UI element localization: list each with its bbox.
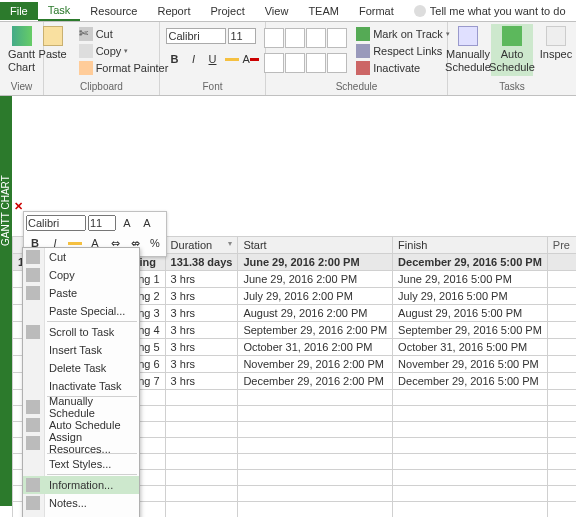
notes-icon [26, 496, 40, 510]
mini-font-name[interactable] [26, 215, 86, 231]
col-start[interactable]: Start [238, 237, 393, 254]
cut-icon [26, 250, 40, 264]
ribbon-tabs: File Task Resource Report Project View T… [0, 0, 576, 22]
paste-icon [26, 286, 40, 300]
mini-shrink-font-button[interactable]: A [138, 214, 156, 232]
auto-schedule-button[interactable]: Auto Schedule [491, 24, 533, 76]
font-name-select[interactable] [166, 28, 226, 44]
respect-links-icon [356, 44, 370, 58]
tab-task[interactable]: Task [38, 1, 81, 21]
auto-icon [26, 418, 40, 432]
fill-color-button[interactable] [223, 50, 241, 68]
manually-schedule-icon [458, 26, 478, 46]
format-painter-button[interactable]: Format Painter [76, 60, 172, 76]
font-size-select[interactable] [228, 28, 256, 44]
mini-font-size[interactable] [88, 215, 116, 231]
close-icon[interactable]: ✕ [14, 200, 23, 213]
menu-paste[interactable]: Paste [23, 284, 139, 302]
manually-schedule-button[interactable]: Manually Schedule [447, 24, 489, 76]
group-label-clipboard: Clipboard [80, 80, 123, 93]
group-label-schedule: Schedule [336, 80, 378, 93]
col-duration[interactable]: Duration▾ [165, 237, 238, 254]
inspect-button[interactable]: Inspec [535, 24, 576, 63]
tab-team[interactable]: TEAM [298, 2, 349, 20]
font-color-icon [250, 58, 259, 61]
gantt-chart-icon [12, 26, 32, 46]
cut-button[interactable]: ✄Cut [76, 26, 172, 42]
group-label-tasks: Tasks [499, 80, 525, 93]
copy-icon [79, 44, 93, 58]
menu-delete-task[interactable]: Delete Task [23, 359, 139, 377]
underline-button[interactable]: U [204, 50, 222, 68]
split-task-button[interactable] [327, 53, 347, 73]
tab-view[interactable]: View [255, 2, 299, 20]
menu-notes[interactable]: Notes... [23, 494, 139, 512]
mark-on-track-button[interactable]: Mark on Track▾ [353, 26, 453, 42]
menu-manually-schedule[interactable]: Manually Schedule [23, 398, 139, 416]
menu-text-styles[interactable]: Text Styles... [23, 455, 139, 473]
ribbon: Gantt Chart View Paste ✄Cut Copy▾ Format… [0, 22, 576, 96]
align-left-button[interactable] [264, 28, 284, 48]
mini-percent-button[interactable]: % [146, 234, 164, 252]
menu-insert-task[interactable]: Insert Task [23, 341, 139, 359]
cut-icon: ✄ [79, 27, 93, 41]
menu-scroll-to-task[interactable]: Scroll to Task [23, 323, 139, 341]
group-label-font: Font [202, 80, 222, 93]
respect-links-button[interactable]: Respect Links [353, 43, 453, 59]
menu-assign-resources[interactable]: Assign Resources... [23, 434, 139, 452]
scroll-icon [26, 325, 40, 339]
inspect-icon [546, 26, 566, 46]
indent-button[interactable] [285, 53, 305, 73]
align-right-button[interactable] [306, 28, 326, 48]
bold-button[interactable]: B [166, 50, 184, 68]
assign-icon [26, 436, 40, 450]
info-icon [26, 478, 40, 492]
mini-grow-font-button[interactable]: A [118, 214, 136, 232]
col-predecessors[interactable]: Pre [547, 237, 576, 254]
menu-cut[interactable]: Cut [23, 248, 139, 266]
align-center-button[interactable] [285, 28, 305, 48]
menu-information[interactable]: Information... [23, 476, 139, 494]
inactivate-button[interactable]: Inactivate [353, 60, 453, 76]
italic-button[interactable]: I [185, 50, 203, 68]
mark-on-track-icon [356, 27, 370, 41]
menu-add-to-timeline[interactable]: Add to Timeline [23, 512, 139, 517]
schedule-gallery-button[interactable] [327, 28, 347, 48]
format-painter-icon [79, 61, 93, 75]
tab-project[interactable]: Project [200, 2, 254, 20]
tab-format[interactable]: Format [349, 2, 404, 20]
tab-resource[interactable]: Resource [80, 2, 147, 20]
fill-color-icon [225, 58, 239, 61]
bulb-icon [414, 5, 426, 17]
copy-button[interactable]: Copy▾ [76, 43, 172, 59]
col-finish[interactable]: Finish [393, 237, 548, 254]
sidebar-label: GANTT CHART [0, 96, 12, 506]
context-menu: Cut Copy Paste Paste Special... Scroll t… [22, 247, 140, 517]
font-color-button[interactable]: A [242, 50, 260, 68]
copy-icon [26, 268, 40, 282]
tab-report[interactable]: Report [147, 2, 200, 20]
group-label-view: View [11, 80, 33, 93]
auto-schedule-icon [502, 26, 522, 46]
manual-icon [26, 400, 40, 414]
menu-inactivate-task[interactable]: Inactivate Task [23, 377, 139, 395]
menu-copy[interactable]: Copy [23, 266, 139, 284]
update-button[interactable] [306, 53, 326, 73]
inactivate-icon [356, 61, 370, 75]
menu-paste-special[interactable]: Paste Special... [23, 302, 139, 320]
tab-file[interactable]: File [0, 2, 38, 20]
outdent-button[interactable] [264, 53, 284, 73]
paste-icon [43, 26, 63, 46]
tell-me-search[interactable]: Tell me what you want to do [414, 5, 566, 17]
paste-button[interactable]: Paste [32, 24, 74, 63]
